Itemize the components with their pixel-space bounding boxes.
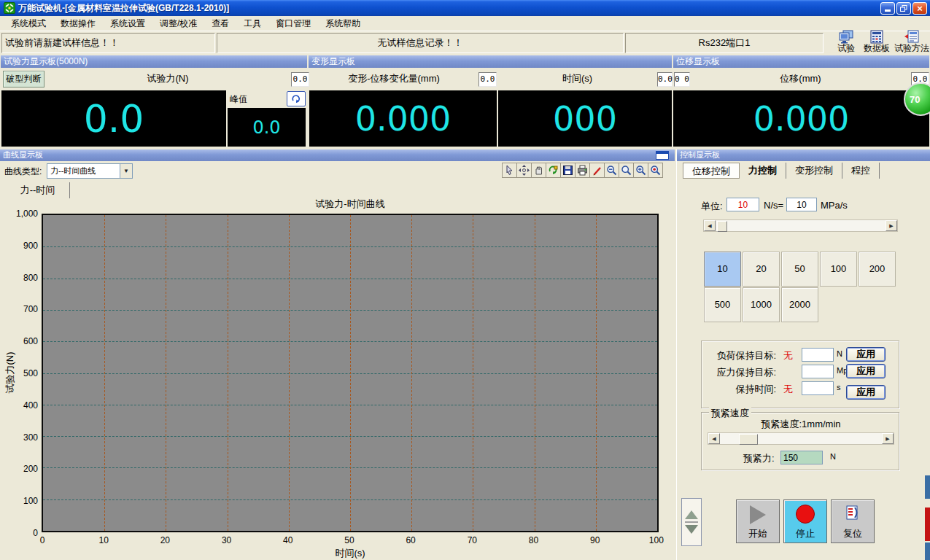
hold-time-apply-button[interactable]: 应用 [846, 385, 886, 400]
minimize-button[interactable] [880, 2, 895, 15]
menu-system-mode[interactable]: 系统模式 [4, 16, 53, 31]
hold-time-input[interactable] [802, 381, 834, 395]
preset-2000-button[interactable]: 2000 [781, 287, 818, 322]
hold-stress-input[interactable] [802, 365, 834, 378]
pretension-scrollbar-thumb[interactable] [739, 434, 758, 445]
tab-deform-control[interactable]: 变形控制 [786, 163, 842, 179]
curve-type-value: 力--时间曲线 [47, 164, 120, 178]
preset-100-button[interactable]: 100 [820, 252, 857, 287]
zoom-in-icon [621, 165, 632, 176]
menu-window-management[interactable]: 窗口管理 [268, 16, 318, 31]
chart-x-ticks: 010 2030 4050 6070 8090 100 [33, 535, 666, 545]
refresh-arrow-icon [291, 95, 301, 104]
hold-load-flag: 无 [783, 349, 793, 362]
tab-displacement-control[interactable]: 位移控制 [683, 163, 740, 179]
play-icon [750, 505, 766, 524]
tab-force-time[interactable]: 力--时间 [6, 182, 70, 198]
hold-load-input[interactable] [802, 348, 834, 362]
chart-save-button[interactable] [560, 163, 576, 178]
scroll-right-arrow-icon[interactable]: ▶ [882, 433, 894, 444]
chart-select-button[interactable] [502, 163, 517, 178]
test-method-document-icon [904, 29, 920, 44]
chart-y-ticks: 1,000900 800700 600500 400300 200100 0 [0, 209, 38, 538]
scroll-left-arrow-icon[interactable]: ◀ [708, 433, 720, 444]
chart-refresh-button[interactable] [546, 163, 561, 178]
preset-20-button[interactable]: 20 [743, 252, 780, 287]
tab-force-control[interactable]: 力控制 [740, 163, 786, 179]
start-button[interactable]: 开始 [736, 499, 780, 543]
rate-unit-label: 单位: [701, 200, 723, 213]
close-button[interactable]: × [912, 2, 927, 15]
displacement-main-display: 0.000 [673, 90, 929, 147]
displacement-panel-header: 位移显示板 [673, 55, 929, 68]
menu-system-settings[interactable]: 系统设置 [103, 16, 152, 31]
chart-zoom-reset-button[interactable] [648, 163, 663, 178]
tab-program-control[interactable]: 程控 [842, 163, 880, 179]
chart-plot-area[interactable] [42, 214, 659, 532]
peak-value-display: 0.0 [228, 108, 306, 147]
menu-system-help[interactable]: 系统帮助 [318, 16, 368, 31]
pretension-force-input[interactable] [780, 451, 823, 464]
rate-mpa-input[interactable] [786, 198, 817, 211]
preset-1000-button[interactable]: 1000 [743, 287, 780, 322]
control-tabs: 位移控制 力控制 变形控制 程控 [677, 163, 880, 179]
rate-n-input[interactable] [726, 198, 759, 211]
menu-tools[interactable]: 工具 [236, 16, 268, 31]
displacement-label: 位移(mm) [691, 71, 910, 88]
curve-type-select[interactable]: 力--时间曲线 ▼ [47, 163, 133, 179]
preset-10-button[interactable]: 10 [704, 252, 741, 287]
window-title: 万能试验机-[金属材料室温拉伸试验(GB/T228.1-2010)] [18, 2, 229, 15]
preset-200-button[interactable]: 200 [859, 252, 896, 287]
hold-load-apply-button[interactable]: 应用 [846, 347, 886, 362]
scroll-left-arrow-icon[interactable]: ◀ [704, 220, 716, 231]
menu-adjust-calibrate[interactable]: 调整/校准 [152, 16, 204, 31]
save-icon [562, 165, 573, 176]
force-label: 试验力(N) [45, 71, 290, 88]
hand-icon [533, 165, 544, 176]
chart-zoom-out-button[interactable] [604, 163, 619, 178]
chart-annotate-button[interactable] [589, 163, 605, 178]
hold-time-label: 保持时间: [735, 383, 776, 396]
hold-time-flag: 无 [783, 383, 793, 396]
chevron-down-icon[interactable]: ▼ [120, 164, 132, 178]
control-panel-header: 控制显示板 [677, 149, 930, 161]
pretension-force-unit: N [830, 452, 836, 461]
rate-scrollbar[interactable]: ◀ ▶ [703, 219, 898, 232]
preset-500-button[interactable]: 500 [704, 287, 741, 322]
chart-print-button[interactable] [575, 163, 590, 178]
chart-zoom-window-button[interactable] [633, 163, 648, 178]
hold-stress-apply-button[interactable]: 应用 [846, 364, 886, 378]
scroll-right-arrow-icon[interactable]: ▶ [886, 220, 897, 231]
curve-panel-header: 曲线显示板 [0, 149, 675, 161]
chart-zoom-in-button[interactable] [619, 163, 634, 178]
pretension-group-box: 预紧速度 预紧速度:1mm/min ◀ ▶ 预紧力: N [701, 412, 899, 470]
menu-data-operation[interactable]: 数据操作 [53, 16, 103, 31]
status-port: Rs232端口1 [625, 33, 824, 53]
jog-up-down-button[interactable] [681, 498, 702, 546]
time-small-value: 0.0 [657, 72, 673, 87]
jog-down-icon [685, 525, 698, 534]
printer-icon [577, 165, 588, 176]
toolbar-method-label: 试验方法 [894, 44, 929, 53]
reset-button-label: 复位 [843, 527, 862, 540]
peak-reset-button[interactable] [287, 91, 306, 106]
menu-view[interactable]: 查看 [204, 16, 236, 31]
preset-50-button[interactable]: 50 [781, 252, 818, 287]
restore-button[interactable] [896, 2, 911, 15]
peak-panel: 峰值 0.0 [228, 90, 308, 147]
stop-button[interactable]: 停止 [783, 499, 827, 543]
chart-hand-button[interactable] [531, 163, 546, 178]
status-message-left: 试验前请新建试样信息！！ [1, 33, 215, 53]
break-judge-button[interactable]: 破型判断 [3, 71, 44, 88]
rate-scrollbar-thumb[interactable] [717, 221, 727, 232]
pretension-scrollbar[interactable]: ◀ ▶ [708, 432, 894, 445]
toolbar-databoard-button[interactable]: 数据板 [861, 29, 893, 54]
chart-pan-button[interactable] [516, 163, 532, 178]
toolbar-test-button[interactable]: 试验 [834, 29, 859, 54]
toolbar-method-button[interactable]: 试验方法 [894, 29, 929, 54]
reset-button[interactable]: 复位 [831, 499, 875, 543]
curve-panel-window-button[interactable] [656, 151, 669, 160]
stop-button-label: 停止 [796, 527, 815, 540]
deform-main-display: 0.000 [309, 90, 497, 147]
status-message-center: 无试样信息记录！！ [217, 33, 624, 53]
